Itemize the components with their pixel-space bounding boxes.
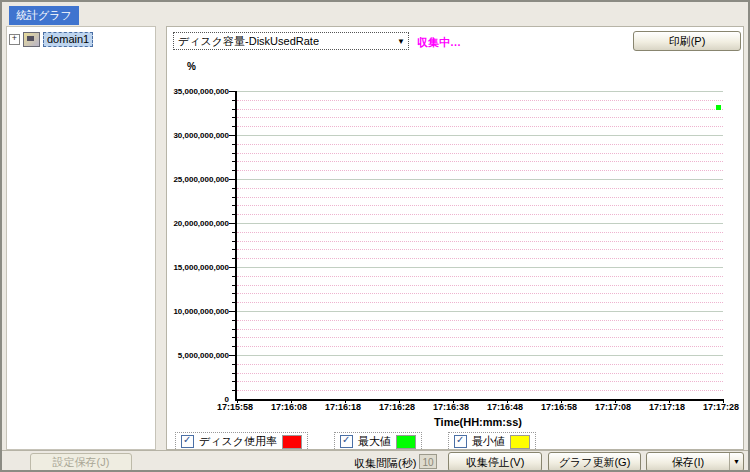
y-axis-tick [229,91,235,92]
legend-label: 最大値 [358,434,391,449]
legend-label: 最小値 [472,434,505,449]
legend-checkbox-disk-used-rate[interactable] [181,435,194,448]
y-axis-tick [232,276,235,277]
legend-item-min-value: 最小値 [448,432,536,451]
y-axis-tick [229,267,235,268]
x-axis-title: Time(HH:mm:ss) [235,416,721,428]
tree-expand-icon[interactable] [9,34,20,45]
series-legend: ディスク使用率 最大値 最小値 [175,432,536,451]
y-axis-tick [232,241,235,242]
gridline-minor [237,153,723,154]
y-axis-tick [232,153,235,154]
gridline-major [237,223,723,224]
legend-item-disk-used-rate: ディスク使用率 [175,432,308,451]
legend-color-swatch-green [396,435,416,449]
gridline-major [237,311,723,312]
y-axis-tick [232,205,235,206]
gridline-minor [237,302,723,303]
gridline-minor [237,188,723,189]
save-dropdown-arrow-icon[interactable] [729,453,743,471]
y-axis-tick [232,373,235,374]
gridline-minor [237,161,723,162]
legend-label: ディスク使用率 [199,434,277,449]
gridline-minor [237,109,723,110]
y-axis-tick [232,320,235,321]
gridline-minor [237,232,723,233]
tree-node-domain1[interactable]: domain1 [9,32,154,47]
gridline-minor [237,126,723,127]
gridline-minor [237,197,723,198]
domain-tree-panel: domain1 [6,26,156,450]
y-tick-label: 5,000,000,000 [178,351,229,360]
y-axis-tick [232,109,235,110]
graph-refresh-button[interactable]: グラフ更新(G) [548,452,641,472]
y-axis-tick [232,249,235,250]
y-axis-tick [232,302,235,303]
y-axis-tick [232,188,235,189]
gridline-minor [237,276,723,277]
chevron-down-icon[interactable] [397,37,405,47]
save-button[interactable]: 保存(I) [646,452,744,472]
y-axis-tick [232,170,235,171]
gridline-minor [237,381,723,382]
x-tick-label: 17:16:08 [271,402,307,412]
x-tick-label: 17:16:48 [487,402,523,412]
gridline-minor [237,364,723,365]
data-point-最大値 [716,105,721,110]
save-button-label: 保存(I) [672,456,704,468]
gridline-minor [237,390,723,391]
metric-select[interactable]: ディスク容量-DiskUsedRate [173,32,409,50]
statistics-graph-window: 統計グラフ domain1 ディスク容量-DiskUsedRate 収集中… 印… [0,0,750,472]
y-axis-tick [229,223,235,224]
legend-checkbox-max-value[interactable] [340,435,353,448]
gridline-minor [237,117,723,118]
y-axis-tick [232,364,235,365]
y-axis-labels: 05,000,000,00010,000,000,00015,000,000,0… [167,91,231,399]
tree-node-label[interactable]: domain1 [43,32,93,47]
gridline-minor [237,285,723,286]
gridline-minor [237,320,723,321]
metric-select-value: ディスク容量-DiskUsedRate [178,34,319,49]
x-tick-label: 17:17:08 [595,402,631,412]
x-tick-label: 17:16:38 [433,402,469,412]
gridline-minor [237,214,723,215]
x-tick-label: 17:17:18 [649,402,685,412]
print-button[interactable]: 印刷(P) [633,31,741,51]
gridline-minor [237,346,723,347]
panel-splitter[interactable] [156,26,166,450]
y-axis-tick [232,337,235,338]
y-tick-label: 25,000,000,000 [173,175,229,184]
gridline-minor [237,249,723,250]
x-tick-label: 17:16:18 [325,402,361,412]
y-tick-label: 35,000,000,000 [173,87,229,96]
y-axis-tick [232,293,235,294]
y-axis-tick [229,179,235,180]
legend-checkbox-min-value[interactable] [454,435,467,448]
collection-interval-input: 10 [419,454,437,469]
y-axis-tick [232,100,235,101]
y-axis-tick [229,355,235,356]
y-axis-unit-label: % [187,61,196,72]
collecting-status: 収集中… [417,35,461,50]
gridline-minor [237,293,723,294]
y-tick-label: 30,000,000,000 [173,131,229,140]
x-tick-label: 17:16:58 [541,402,577,412]
gridline-minor [237,373,723,374]
gridline-major [237,267,723,268]
y-axis-tick [232,161,235,162]
gridline-minor [237,170,723,171]
y-axis-tick [232,232,235,233]
stop-collection-button[interactable]: 収集停止(V) [448,452,542,472]
y-tick-label: 15,000,000,000 [173,263,229,272]
y-tick-label: 10,000,000,000 [173,307,229,316]
domain-icon [23,32,40,47]
y-axis-tick [232,117,235,118]
tab-statistics-graph[interactable]: 統計グラフ [9,6,79,25]
y-axis-tick [232,346,235,347]
y-tick-label: 20,000,000,000 [173,219,229,228]
settings-save-button: 設定保存(J) [30,453,132,472]
y-axis-tick [232,329,235,330]
y-axis-tick [232,285,235,286]
gridline-minor [237,100,723,101]
legend-item-max-value: 最大値 [334,432,422,451]
